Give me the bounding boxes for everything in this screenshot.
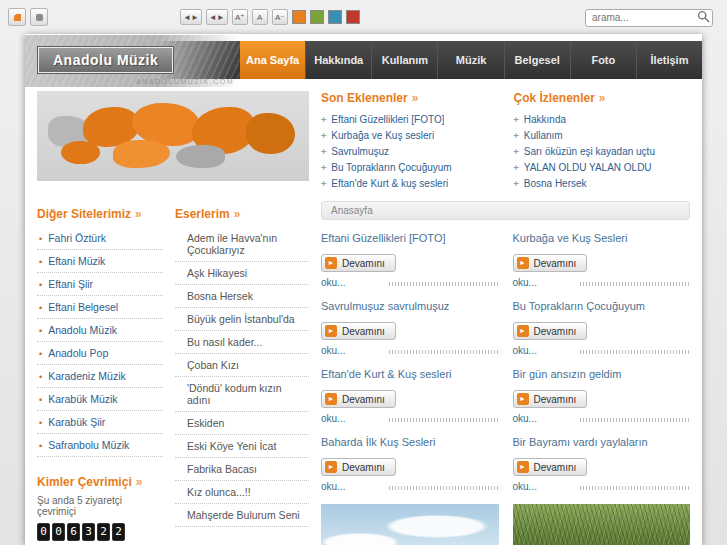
readmore-link[interactable]: oku... [321,413,345,424]
theme-swatch-blue[interactable] [328,10,342,24]
article-title[interactable]: Savrulmuşuz savrulmuşuz [321,300,499,312]
arrow-icon: ► [325,461,337,473]
work-link[interactable]: Adem ile Havva'nın Çocuklarıyız [187,232,277,256]
list-item: •Fahri Öztürk [37,227,163,250]
readmore-button[interactable]: ►Devamını [513,390,588,408]
work-link[interactable]: Büyük gelin İstanbul'da [187,313,295,325]
font-increase-button[interactable]: A⁺ [232,9,248,25]
bullet-icon: • [39,372,42,382]
article-title[interactable]: Baharda İlk Kuş Sesleri [321,436,499,448]
readmore-button[interactable]: ►Devamını [513,254,588,272]
site-link[interactable]: Anadolu Pop [48,347,108,359]
article-meta [389,350,499,354]
search-icon[interactable] [697,10,710,23]
readmore-button[interactable]: ►Devamını [513,458,588,476]
work-link[interactable]: Eskiden [187,417,224,429]
article-title[interactable]: Bu Toprakların Çocuğuyum [513,300,691,312]
article-image-sky[interactable] [321,504,499,545]
readmore-link[interactable]: oku... [513,277,537,288]
accessibility-controls: ◄► ◄► A⁺ A A⁻ [180,9,360,25]
popular-link[interactable]: Hakkında [524,114,566,125]
readmore-link[interactable]: oku... [321,481,345,492]
site-link[interactable]: Eftani Belgesel [48,301,118,313]
article-teaser: Kurbağa ve Kuş Sesleri ►Devamını oku... [513,232,691,288]
chevron-icon: » [135,207,142,221]
work-link[interactable]: Eski Köye Yeni İcat [187,440,276,452]
site-link[interactable]: Karadeniz Müzik [48,370,126,382]
work-link[interactable]: Bosna Hersek [187,290,253,302]
home-icon[interactable] [30,8,48,26]
list-item: +Bu Toprakların Çocuğuyum [321,159,498,175]
site-link[interactable]: Safranbolu Müzik [48,439,129,451]
readmore-button[interactable]: ►Devamını [321,254,396,272]
list-item: Bosna Hersek [175,285,309,308]
readmore-button[interactable]: ►Devamını [321,390,396,408]
whos-online-title: Kimler Çevrimiçi» [37,475,163,489]
recently-added-section: Son Eklenenler» +Eftani Güzellikleri [FO… [321,91,498,191]
narrow-layout-button[interactable]: ◄► [180,9,202,25]
nav-item-foto[interactable]: Foto [570,41,636,79]
nav-item-iletisim[interactable]: İletişim [636,41,702,79]
recent-link[interactable]: Kurbağa ve Kuş sesleri [331,130,434,141]
work-link[interactable]: Çoban Kızı [187,359,239,371]
bullet-icon: • [39,349,42,359]
site-link[interactable]: Eftani Şiir [48,278,93,290]
other-sites-section: Diğer Sitelerimiz» •Fahri Öztürk •Eftani… [37,207,163,545]
article-title[interactable]: Eftan'de Kurt & Kuş sesleri [321,368,499,380]
article-meta [580,486,690,490]
site-logo[interactable]: Anadolu Müzik [38,47,173,73]
article-title[interactable]: Bir Bayramı vardı yaylaların [513,436,691,448]
site-link[interactable]: Eftani Müzik [48,255,105,267]
work-link[interactable]: Fabrika Bacası [187,463,257,475]
nav-item-muzik[interactable]: Müzik [437,41,503,79]
popular-link[interactable]: YALAN OLDU YALAN OLDU [524,162,652,173]
site-link[interactable]: Karabük Şiir [48,416,105,428]
work-link[interactable]: Bu nasıl kader... [187,336,262,348]
article-image-grass[interactable] [513,504,691,545]
watermark-text: ANADOLUMUZIK.COM [136,78,234,85]
readmore-link[interactable]: oku... [321,345,345,356]
theme-swatch-green[interactable] [310,10,324,24]
site-link[interactable]: Fahri Öztürk [48,232,106,244]
popular-link[interactable]: Kullanım [524,130,563,141]
readmore-button[interactable]: ►Devamını [513,322,588,340]
rss-icon[interactable] [8,8,26,26]
nav-item-ana-sayfa[interactable]: Ana Sayfa [240,41,305,79]
recent-link[interactable]: Eftani Güzellikleri [FOTO] [331,114,444,125]
readmore-link[interactable]: oku... [513,345,537,356]
readmore-link[interactable]: oku... [513,481,537,492]
recent-link[interactable]: Bu Toprakların Çocuğuyum [331,162,451,173]
site-link[interactable]: Karabük Müzik [48,393,117,405]
work-link[interactable]: Mahşerde Bulurum Seni [187,509,300,521]
site-link[interactable]: Anadolu Müzik [48,324,117,336]
nav-item-belgesel[interactable]: Belgesel [504,41,570,79]
turkey-map-image [37,91,309,181]
list-item: Aşk Hikayesi [175,262,309,285]
theme-swatch-orange[interactable] [292,10,306,24]
popular-link[interactable]: Bosna Hersek [524,178,587,189]
readmore-button[interactable]: ►Devamını [321,458,396,476]
article-title[interactable]: Eftani Güzellikleri [FOTO] [321,232,499,244]
font-decrease-button[interactable]: A⁻ [272,9,288,25]
work-link[interactable]: Kız olunca...!! [187,486,251,498]
list-item: +Savrulmuşuz [321,143,498,159]
wide-layout-button[interactable]: ◄► [206,9,228,25]
font-default-button[interactable]: A [252,9,268,25]
article-title[interactable]: Kurbağa ve Kuş Sesleri [513,232,691,244]
nav-item-hakkinda[interactable]: Hakkında [305,41,371,79]
popular-link[interactable]: Sarı öküzün eşi kayadan uçtu [524,146,655,157]
nav-item-kullanim[interactable]: Kullanım [371,41,437,79]
recent-link[interactable]: Eftan'de Kurt & kuş sesleri [331,178,448,189]
plus-icon: + [514,179,519,189]
readmore-button[interactable]: ►Devamını [321,322,396,340]
readmore-link[interactable]: oku... [513,413,537,424]
work-link[interactable]: 'Döndü' kodum kızın adını [187,382,281,406]
work-link[interactable]: Aşk Hikayesi [187,267,247,279]
readmore-link[interactable]: oku... [321,277,345,288]
list-item: Bu nasıl kader... [175,331,309,354]
article-meta [389,486,499,490]
search-input[interactable] [585,9,713,27]
recent-link[interactable]: Savrulmuşuz [331,146,389,157]
theme-swatch-red[interactable] [346,10,360,24]
article-title[interactable]: Bir gün ansızın geldim [513,368,691,380]
